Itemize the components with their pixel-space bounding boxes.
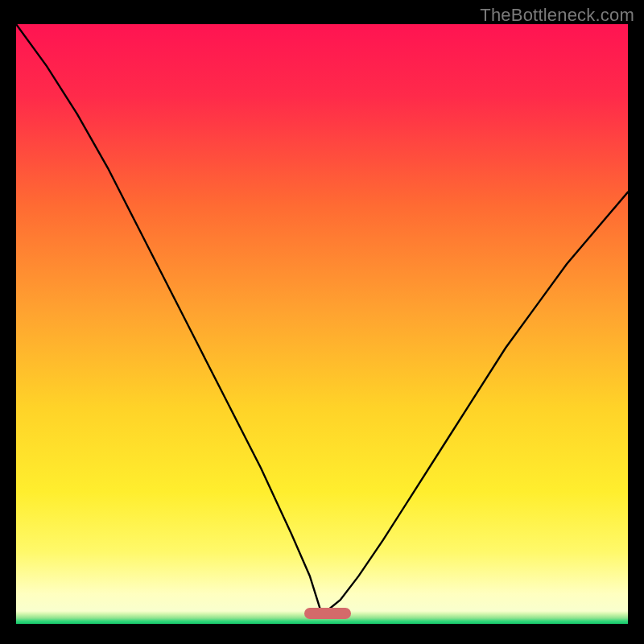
plot-area [16, 24, 628, 624]
chart-frame: TheBottleneck.com [0, 0, 644, 644]
plot-svg [16, 24, 628, 624]
watermark-text: TheBottleneck.com [480, 5, 634, 26]
optimum-marker [304, 608, 351, 619]
gradient-background [16, 24, 628, 624]
